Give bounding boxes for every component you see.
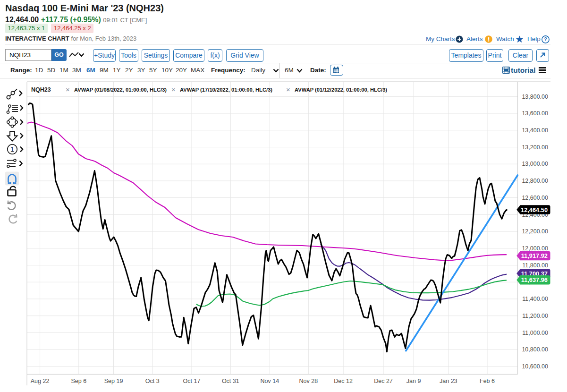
svg-text:Nov 28: Nov 28: [299, 378, 318, 384]
svg-text:13,400.00: 13,400.00: [522, 127, 548, 134]
svg-text:×: ×: [171, 85, 176, 94]
svg-text:×: ×: [66, 85, 70, 94]
svg-text:12,200.00: 12,200.00: [522, 228, 548, 235]
svg-text:11,200.00: 11,200.00: [522, 313, 548, 319]
svg-text:11,000.00: 11,000.00: [522, 330, 548, 336]
svg-text:Oct 3: Oct 3: [145, 378, 160, 384]
svg-text:12,000.00: 12,000.00: [522, 245, 548, 252]
svg-text:11,800.00: 11,800.00: [522, 262, 548, 269]
svg-text:11,637.96: 11,637.96: [521, 276, 548, 283]
svg-text:Nov 14: Nov 14: [261, 378, 279, 384]
svg-text:13,800.00: 13,800.00: [522, 94, 548, 100]
svg-text:?: ?: [544, 36, 547, 42]
svg-text:Sep 19: Sep 19: [104, 378, 123, 384]
svg-text:Jan 9: Jan 9: [406, 378, 421, 384]
svg-text:Jan 23: Jan 23: [440, 378, 457, 384]
svg-text:Feb 6: Feb 6: [480, 378, 495, 384]
svg-text:AVWAP (17/10/2022, 01:00:00, H: AVWAP (17/10/2022, 01:00:00, HLC/3): [180, 87, 272, 93]
svg-text:Aug 22: Aug 22: [31, 378, 50, 384]
svg-text:11,917.92: 11,917.92: [521, 252, 548, 259]
svg-text:11,400.00: 11,400.00: [522, 296, 548, 302]
svg-text:Sep 6: Sep 6: [71, 378, 86, 384]
svg-text:Oct 31: Oct 31: [222, 378, 239, 384]
svg-text:13,200.00: 13,200.00: [522, 144, 548, 151]
svg-text:×: ×: [286, 85, 290, 94]
svg-text:Dec 12: Dec 12: [334, 378, 353, 384]
svg-text:10,800.00: 10,800.00: [522, 346, 548, 353]
svg-text:13,000.00: 13,000.00: [522, 161, 548, 167]
svg-text:13,600.00: 13,600.00: [522, 110, 548, 117]
svg-text:Dec 27: Dec 27: [374, 378, 393, 384]
svg-text:Oct 17: Oct 17: [183, 378, 201, 384]
svg-text:12,464.50: 12,464.50: [521, 206, 548, 213]
svg-text:12,600.00: 12,600.00: [522, 195, 548, 201]
svg-text:NQH23: NQH23: [31, 86, 51, 93]
svg-text:AVWAP (01/12/2022, 01:00:00, H: AVWAP (01/12/2022, 01:00:00, HLC/3): [295, 87, 387, 93]
svg-text:AVWAP (01/08/2022, 01:00:00, H: AVWAP (01/08/2022, 01:00:00, HLC/3): [74, 87, 167, 93]
svg-text:10,600.00: 10,600.00: [522, 363, 548, 370]
svg-text:12,800.00: 12,800.00: [522, 178, 548, 184]
